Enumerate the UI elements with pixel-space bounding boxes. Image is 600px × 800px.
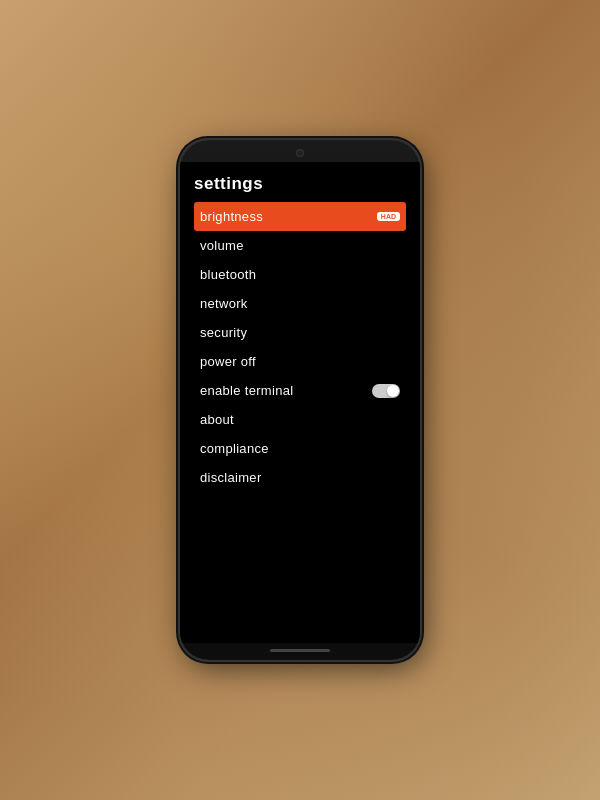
menu-item-label-compliance: compliance [200, 441, 269, 456]
menu-item-about[interactable]: about [194, 405, 406, 434]
page-title: settings [194, 174, 406, 194]
screen: settings brightnessHADvolumebluetoothnet… [180, 162, 420, 643]
menu-item-enable-terminal[interactable]: enable terminal [194, 376, 406, 405]
menu-item-compliance[interactable]: compliance [194, 434, 406, 463]
camera-dot [297, 150, 303, 156]
menu-item-label-enable-terminal: enable terminal [200, 383, 293, 398]
menu-item-label-brightness: brightness [200, 209, 263, 224]
menu-item-badge-brightness: HAD [377, 212, 400, 221]
menu-item-label-about: about [200, 412, 234, 427]
menu-item-label-security: security [200, 325, 247, 340]
toggle-enable-terminal[interactable] [372, 384, 400, 398]
menu-item-bluetooth[interactable]: bluetooth [194, 260, 406, 289]
menu-item-power-off[interactable]: power off [194, 347, 406, 376]
menu-item-label-network: network [200, 296, 248, 311]
menu-item-volume[interactable]: volume [194, 231, 406, 260]
toggle-container-enable-terminal [372, 384, 400, 398]
menu-item-label-bluetooth: bluetooth [200, 267, 256, 282]
phone-device: settings brightnessHADvolumebluetoothnet… [180, 140, 420, 660]
menu-item-network[interactable]: network [194, 289, 406, 318]
menu-item-brightness[interactable]: brightnessHAD [194, 202, 406, 231]
settings-menu: brightnessHADvolumebluetoothnetworksecur… [194, 202, 406, 492]
menu-item-label-power-off: power off [200, 354, 256, 369]
home-bar [270, 649, 330, 652]
menu-item-label-volume: volume [200, 238, 244, 253]
menu-item-disclaimer[interactable]: disclaimer [194, 463, 406, 492]
menu-item-security[interactable]: security [194, 318, 406, 347]
menu-item-label-disclaimer: disclaimer [200, 470, 262, 485]
